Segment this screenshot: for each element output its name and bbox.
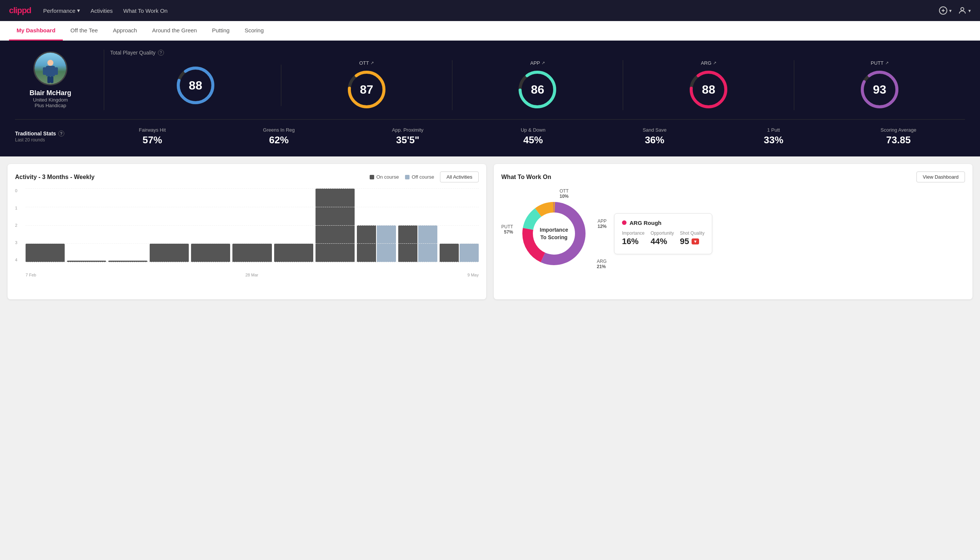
- importance-label: Importance: [622, 230, 645, 236]
- y-label-2: 2: [15, 223, 17, 228]
- donut-label-putt: PUTT 57%: [501, 224, 513, 235]
- circle-arg: ARG ↗ 88: [623, 60, 794, 110]
- svg-rect-6: [43, 67, 47, 75]
- bar-group-9: [398, 225, 438, 262]
- avatar: [33, 52, 67, 85]
- arg-label: ARG ↗: [701, 60, 716, 66]
- app-value: 86: [531, 83, 544, 97]
- donut-label-arg: ARG 21%: [597, 259, 607, 269]
- donut-label-ott: OTT 10%: [559, 188, 569, 199]
- work-on-title: What To Work On: [501, 174, 551, 180]
- user-menu-button[interactable]: ▾: [958, 6, 971, 15]
- stat-app-proximity-label: App. Proximity: [392, 127, 423, 133]
- donut-chart: Importance To Scoring: [516, 196, 592, 271]
- app-segment-value: 12%: [597, 224, 607, 229]
- chart-y-labels: 4 3 2 1 0: [15, 188, 17, 262]
- stat-greens-reg: Greens In Reg 62%: [263, 127, 295, 146]
- stat-sand-save: Sand Save 36%: [643, 127, 667, 146]
- stat-sand-save-label: Sand Save: [643, 127, 667, 133]
- shot-quality-number: 95: [680, 237, 689, 246]
- circle-putt: PUTT ↗ 93: [794, 60, 965, 110]
- stat-app-proximity: App. Proximity 35'5": [392, 127, 423, 146]
- bar-group-6: [274, 244, 313, 262]
- divider-vertical: [104, 50, 104, 110]
- stat-1-putt: 1 Putt 33%: [764, 127, 783, 146]
- stat-up-down-label: Up & Down: [521, 127, 546, 133]
- bar-chart: 4 3 2 1 0: [15, 188, 479, 271]
- info-metrics: Importance 16% Opportunity 44% Shot Qual…: [622, 230, 704, 246]
- bar-on-9: [398, 225, 418, 262]
- bar-on-5: [232, 244, 271, 262]
- putt-value: 93: [873, 83, 886, 97]
- quality-circles: 88 OTT ↗ 87: [110, 60, 965, 110]
- info-card-wrapper: ARG Rough Importance 16% Opportunity 44%…: [614, 213, 712, 254]
- stats-row: Traditional Stats ? Last 20 rounds Fairw…: [15, 119, 965, 147]
- donut-container: Importance To Scoring OTT 10% APP 12% AR…: [501, 188, 607, 279]
- tab-around-the-green[interactable]: Around the Green: [145, 21, 204, 41]
- work-on-card: What To Work On View Dashboard Importanc…: [494, 164, 972, 299]
- logo[interactable]: clippd: [9, 6, 31, 15]
- bar-on-10: [439, 244, 459, 262]
- stat-greens-reg-value: 62%: [263, 134, 295, 146]
- add-button[interactable]: ▾: [938, 6, 952, 15]
- view-dashboard-button[interactable]: View Dashboard: [917, 172, 965, 182]
- circle-ott: OTT ↗ 87: [281, 60, 453, 110]
- chevron-down-icon: ▾: [77, 7, 80, 14]
- putt-label: PUTT ↗: [871, 60, 888, 66]
- all-activities-button[interactable]: All Activities: [440, 172, 479, 182]
- player-section: Blair McHarg United Kingdom Plus Handica…: [15, 52, 98, 108]
- player-handicap: Plus Handicap: [35, 103, 66, 108]
- stat-greens-reg-label: Greens In Reg: [263, 127, 295, 133]
- chevron-down-icon: ▾: [949, 8, 952, 13]
- bar-on-1: [67, 261, 106, 262]
- player-country: United Kingdom: [33, 97, 68, 103]
- svg-rect-4: [47, 60, 53, 66]
- svg-point-3: [961, 8, 964, 10]
- tab-off-the-tee[interactable]: Off the Tee: [63, 21, 105, 41]
- nav-link-activities[interactable]: Activities: [91, 1, 113, 20]
- shot-quality-badge: ▼: [692, 238, 699, 245]
- stat-fairways-hit-value: 57%: [139, 134, 166, 146]
- stat-app-proximity-value: 35'5": [392, 134, 423, 146]
- overall-value: 88: [189, 78, 202, 92]
- bar-group-0: [26, 244, 65, 262]
- nav-link-performance[interactable]: Performance ▾: [43, 1, 80, 20]
- legend-off-course-label: Off course: [412, 174, 434, 180]
- svg-rect-8: [47, 77, 50, 83]
- bar-off-8: [377, 225, 396, 262]
- bar-on-7: [316, 188, 354, 262]
- tab-my-dashboard[interactable]: My Dashboard: [9, 21, 63, 41]
- tab-approach[interactable]: Approach: [105, 21, 145, 41]
- arg-segment-value: 21%: [597, 264, 607, 269]
- circle-overall: 88: [110, 65, 281, 106]
- bar-on-2: [108, 261, 147, 262]
- putt-segment-value: 57%: [501, 229, 513, 235]
- info-metric-opportunity: Opportunity 44%: [651, 230, 674, 246]
- nav-links: Performance ▾ Activities What To Work On: [43, 1, 927, 20]
- help-icon-stats[interactable]: ?: [58, 130, 64, 137]
- bar-off-9: [418, 225, 438, 262]
- svg-rect-9: [50, 77, 53, 83]
- putt-arrow-icon: ↗: [885, 60, 888, 65]
- player-name: Blair McHarg: [29, 89, 71, 97]
- svg-text:To Scoring: To Scoring: [541, 234, 567, 240]
- quality-section: Total Player Quality ? 88: [110, 50, 965, 110]
- chart-bars: [26, 188, 479, 262]
- importance-value: 16%: [622, 237, 645, 246]
- chevron-down-icon: ▾: [968, 8, 971, 13]
- help-icon[interactable]: ?: [158, 50, 164, 56]
- nav-link-what-to-work-on[interactable]: What To Work On: [123, 1, 168, 20]
- chart-legend: On course Off course All Activities: [369, 172, 479, 182]
- svg-text:Importance: Importance: [540, 227, 568, 233]
- shot-quality-label: Shot Quality: [680, 230, 704, 236]
- tab-putting[interactable]: Putting: [205, 21, 237, 41]
- stat-fairways-hit-label: Fairways Hit: [139, 127, 166, 133]
- circle-overall-ring: 88: [175, 65, 216, 106]
- tab-scoring[interactable]: Scoring: [237, 21, 271, 41]
- opportunity-value: 44%: [651, 237, 674, 246]
- stat-1-putt-label: 1 Putt: [764, 127, 783, 133]
- ott-ring: 87: [346, 69, 387, 110]
- shot-quality-value: 95 ▼: [680, 237, 704, 246]
- work-on-body: Importance To Scoring OTT 10% APP 12% AR…: [501, 188, 965, 279]
- bar-group-10: [439, 244, 479, 262]
